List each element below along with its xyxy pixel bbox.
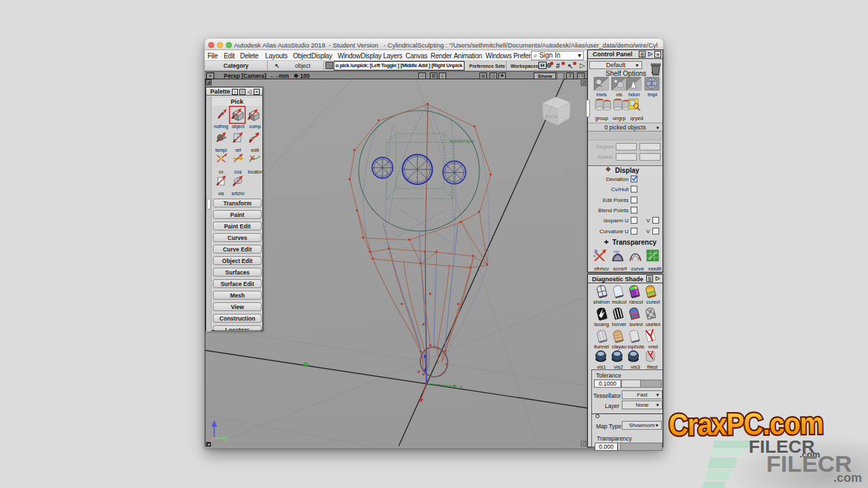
svg-text:y: y xyxy=(460,384,462,390)
svg-text:min: min xyxy=(614,249,619,253)
svg-text:BACK: BACK xyxy=(545,114,558,119)
svg-text:CraxPC.com: CraxPC.com xyxy=(669,406,824,442)
svg-text:u: u xyxy=(593,253,595,258)
